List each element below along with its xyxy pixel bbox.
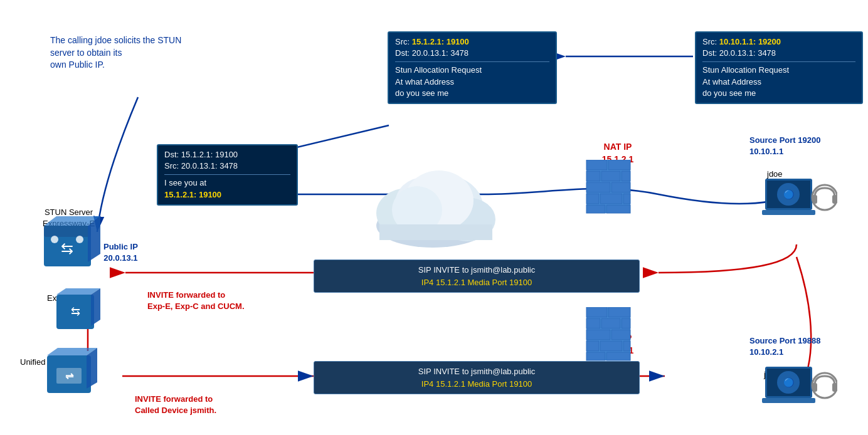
svg-rect-44 xyxy=(601,318,620,328)
invite-forwarded-bottom: INVITE forwarded toCalled Device jsmith. xyxy=(135,394,216,416)
svg-rect-38 xyxy=(586,205,605,213)
stun-request-right-sublabel: At what Address xyxy=(702,76,855,88)
svg-rect-52 xyxy=(606,352,630,360)
sip-invite-bottom-line2: IP4 15.1.2.1 Media Port 19100 xyxy=(323,378,630,390)
jsmith-laptop-icon: 🔵 xyxy=(762,360,837,417)
svg-rect-32 xyxy=(622,171,630,181)
svg-rect-42 xyxy=(608,307,630,317)
stun-server-icon: ⇆ xyxy=(41,213,103,270)
svg-rect-49 xyxy=(600,341,622,351)
unified-cm-icon: ⇌ xyxy=(44,348,103,398)
svg-rect-35 xyxy=(586,194,599,204)
svg-rect-73 xyxy=(762,398,815,403)
svg-text:⇌: ⇌ xyxy=(65,370,74,381)
svg-text:⇆: ⇆ xyxy=(71,305,80,318)
svg-rect-51 xyxy=(586,352,605,360)
svg-rect-34 xyxy=(611,182,630,192)
svg-rect-39 xyxy=(606,205,630,213)
svg-rect-37 xyxy=(623,194,630,204)
stun-request-right-sublabel2: do you see me xyxy=(702,88,855,99)
sip-invite-bottom-bar: SIP INVITE to jsmith@lab.public IP4 15.1… xyxy=(314,361,640,394)
svg-rect-48 xyxy=(586,341,599,351)
stun-request-right-dst: Dst: 20.0.13.1: 3478 xyxy=(702,48,855,59)
svg-rect-50 xyxy=(623,341,630,351)
stun-request-center-src: Src: 15.1.2.1: 19100 xyxy=(395,36,549,48)
stun-response-dst-val: 15.1.2.1: 19100 xyxy=(181,150,238,159)
svg-marker-20 xyxy=(91,288,100,326)
svg-text:⇆: ⇆ xyxy=(61,240,73,257)
svg-rect-65 xyxy=(762,210,815,215)
svg-rect-30 xyxy=(586,171,600,181)
stun-response-sublabel: 15.1.2.1: 19100 xyxy=(164,189,290,201)
svg-text:🔵: 🔵 xyxy=(783,189,795,200)
cloud-icon xyxy=(370,150,508,251)
stun-right-src-val: 10.10.1.1: 19200 xyxy=(719,37,781,46)
stun-response-box: Dst: 15.1.2.1: 19100 Src: 20.0.13.1: 347… xyxy=(157,144,298,206)
svg-rect-29 xyxy=(608,160,630,170)
sip-invite-top-bar: SIP INVITE to jsmith@lab.public IP4 15.1… xyxy=(314,259,640,293)
svg-point-14 xyxy=(51,236,58,243)
svg-rect-31 xyxy=(601,171,620,181)
stun-request-center-box: Src: 15.1.2.1: 19100 Dst: 20.0.13.1: 347… xyxy=(388,31,557,104)
stun-request-right-box: Src: 10.10.1.1: 19200 Dst: 20.0.13.1: 34… xyxy=(695,31,863,104)
nat-firewall-bottom-icon xyxy=(583,307,633,364)
stun-request-center-sublabel2: do you see me xyxy=(395,88,549,99)
source-port-jdoe-label: Source Port 1920010.10.1.1 xyxy=(749,135,820,157)
stun-request-right-src: Src: 10.10.1.1: 19200 xyxy=(702,36,855,48)
calling-jdoe-text: The calling jdoe solicits the STUNserver… xyxy=(50,34,194,71)
jdoe-laptop-icon: 🔵 xyxy=(762,172,837,229)
stun-request-right-label: Stun Allocation Request xyxy=(702,65,855,76)
sip-invite-bottom-line1: SIP INVITE to jsmith@lab.public xyxy=(323,365,630,378)
svg-rect-12 xyxy=(44,226,91,237)
svg-rect-47 xyxy=(611,330,630,340)
public-ip-label: Public IP20.0.13.1 xyxy=(103,241,138,264)
svg-rect-33 xyxy=(586,182,610,192)
stun-response-dst: Dst: 15.1.2.1: 19100 xyxy=(164,149,290,160)
nat-firewall-top-icon xyxy=(583,160,633,216)
sip-invite-top-line2: IP4 15.1.2.1 Media Port 19100 xyxy=(323,276,630,289)
invite-forwarded-top: INVITE forwarded toExp-E, Exp-C and CUCM… xyxy=(147,290,245,312)
stun-center-src-val: 15.1.2.1: 19100 xyxy=(412,37,469,46)
svg-point-15 xyxy=(76,236,83,243)
stun-request-center-dst: Dst: 20.0.13.1: 3478 xyxy=(395,48,549,59)
svg-rect-76 xyxy=(832,383,837,392)
stun-response-label: I see you at xyxy=(164,177,290,189)
svg-rect-41 xyxy=(586,307,607,317)
diagram: Src: 15.1.2.1: 19100 Dst: 20.0.13.1: 347… xyxy=(0,0,868,435)
svg-rect-75 xyxy=(812,383,817,392)
svg-rect-36 xyxy=(600,194,622,204)
svg-text:🔵: 🔵 xyxy=(783,377,795,388)
stun-request-center-label: Stun Allocation Request xyxy=(395,65,549,76)
svg-rect-67 xyxy=(812,195,817,204)
svg-rect-45 xyxy=(622,318,630,328)
svg-rect-43 xyxy=(586,318,600,328)
svg-rect-68 xyxy=(832,195,837,204)
svg-rect-28 xyxy=(586,160,607,170)
svg-rect-46 xyxy=(586,330,610,340)
sip-invite-top-line1: SIP INVITE to jsmith@lab.public xyxy=(323,264,630,276)
stun-response-src: Src: 20.0.13.1: 3478 xyxy=(164,160,290,172)
svg-rect-60 xyxy=(379,224,492,240)
stun-request-center-sublabel: At what Address xyxy=(395,76,549,88)
exp-c-icon: ⇆ xyxy=(53,288,103,332)
source-port-jsmith-label: Source Port 1988810.10.2.1 xyxy=(749,335,820,358)
